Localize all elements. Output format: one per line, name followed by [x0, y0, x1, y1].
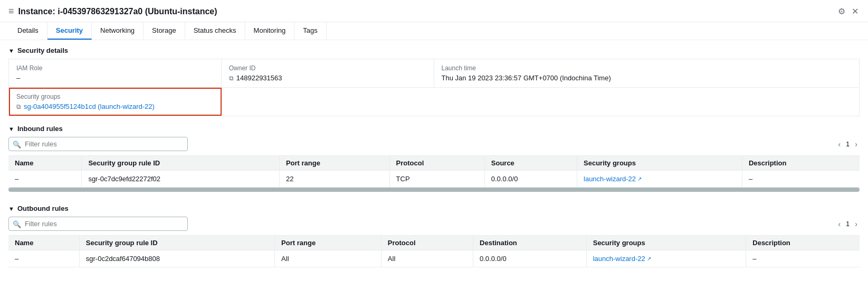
inbound-row-port: 22 — [279, 171, 389, 188]
copy-icon[interactable]: ⧉ — [229, 75, 234, 82]
inbound-col-rule-id: Security group rule ID — [82, 156, 280, 171]
inbound-col-name: Name — [8, 156, 82, 171]
iam-role-label: IAM Role — [16, 64, 214, 72]
outbound-col-protocol: Protocol — [381, 236, 473, 250]
inbound-table-header-row: Name Security group rule ID Port range P… — [8, 156, 860, 171]
outbound-table-wrap: Name Security group rule ID Port range P… — [8, 235, 860, 267]
inbound-rules-title: Inbound rules — [17, 125, 63, 133]
security-detail-row-1: IAM Role – Owner ID ⧉ 148922931563 Launc… — [8, 59, 860, 88]
outbound-row-port: All — [275, 250, 381, 267]
security-groups-empty-cell — [222, 88, 859, 116]
outbound-sg-link[interactable]: launch-wizard-22 ↗ — [593, 255, 651, 263]
inbound-col-sg: Security groups — [577, 156, 742, 171]
table-row: – sgr-0c2dcaf647094b808 All All 0.0.0.0/… — [8, 250, 860, 267]
iam-role-value: – — [16, 74, 214, 82]
inbound-rules-table: Name Security group rule ID Port range P… — [8, 155, 860, 188]
inbound-filter-input[interactable] — [8, 137, 188, 151]
launch-time-value: Thu Jan 19 2023 23:36:57 GMT+0700 (Indoc… — [442, 74, 852, 82]
tab-monitoring[interactable]: Monitoring — [245, 22, 295, 40]
tab-details[interactable]: Details — [8, 22, 47, 40]
tab-storage[interactable]: Storage — [144, 22, 185, 40]
inbound-row-protocol: TCP — [389, 171, 484, 188]
inbound-prev-btn[interactable]: ‹ — [836, 139, 843, 150]
content-area: ▼ Security details IAM Role – Owner ID ⧉… — [0, 40, 868, 282]
security-details-section: ▼ Security details IAM Role – Owner ID ⧉… — [8, 46, 860, 116]
tab-networking[interactable]: Networking — [92, 22, 144, 40]
inbound-sg-link[interactable]: launch-wizard-22 ↗ — [584, 175, 642, 183]
inbound-row-source: 0.0.0.0/0 — [484, 171, 577, 188]
inbound-row-desc: – — [742, 171, 860, 188]
inbound-col-desc: Description — [742, 156, 860, 171]
outbound-filter-wrap: 🔍 — [8, 217, 188, 231]
page-title: Instance: i-045397863291327a0 (Ubuntu-in… — [18, 7, 217, 16]
security-detail-row-2: Security groups ⧉ sg-0a404955f5124b1cd (… — [8, 88, 860, 116]
hamburger-icon[interactable]: ≡ — [8, 6, 14, 17]
tab-security[interactable]: Security — [47, 22, 92, 40]
inbound-row-name: – — [8, 171, 82, 188]
outbound-col-port: Port range — [275, 236, 381, 250]
tabs-bar: Details Security Networking Storage Stat… — [0, 22, 868, 40]
outbound-rules-header[interactable]: ▼ Outbound rules — [8, 204, 860, 212]
title-bar: ≡ Instance: i-045397863291327a0 (Ubuntu-… — [0, 0, 868, 22]
table-row: – sgr-0c7dc9efd22272f02 22 TCP 0.0.0.0/0… — [8, 171, 860, 188]
external-link-icon: ↗ — [647, 256, 651, 262]
security-group-link[interactable]: sg-0a404955f5124b1cd (launch-wizard-22) — [24, 103, 155, 110]
outbound-col-desc: Description — [746, 236, 860, 250]
owner-id-text: 148922931563 — [236, 74, 282, 82]
inbound-next-btn[interactable]: › — [853, 139, 860, 150]
outbound-col-name: Name — [8, 236, 79, 250]
outbound-rules-title: Outbound rules — [17, 204, 69, 212]
outbound-row-rule-id: sgr-0c2dcaf647094b808 — [79, 250, 274, 267]
inbound-rules-section: ▼ Inbound rules 🔍 ‹ 1 › Name Security gr… — [8, 125, 860, 196]
outbound-col-destination: Destination — [473, 236, 587, 250]
inbound-search-icon: 🔍 — [13, 140, 21, 148]
inbound-row-sg: launch-wizard-22 ↗ — [577, 171, 742, 188]
outbound-chevron-icon: ▼ — [8, 206, 14, 212]
inbound-pagination: ‹ 1 › — [836, 139, 860, 150]
inbound-filter-wrap: 🔍 — [8, 137, 188, 151]
outbound-next-btn[interactable]: › — [853, 219, 860, 229]
launch-time-label: Launch time — [442, 64, 852, 72]
outbound-rules-table: Name Security group rule ID Port range P… — [8, 235, 860, 267]
inbound-page-number: 1 — [846, 140, 850, 148]
security-groups-label: Security groups — [16, 93, 214, 100]
inbound-col-source: Source — [484, 156, 577, 171]
outbound-search-icon: 🔍 — [13, 220, 21, 228]
inbound-table-wrap: Name Security group rule ID Port range P… — [8, 155, 860, 196]
outbound-row-sg: launch-wizard-22 ↗ — [586, 250, 746, 267]
owner-id-label: Owner ID — [229, 64, 426, 72]
inbound-rules-header[interactable]: ▼ Inbound rules — [8, 125, 860, 133]
outbound-rules-section: ▼ Outbound rules 🔍 ‹ 1 › Name Security g… — [8, 204, 860, 267]
sg-copy-icon[interactable]: ⧉ — [16, 103, 21, 110]
tab-status-checks[interactable]: Status checks — [185, 22, 245, 40]
outbound-row-protocol: All — [381, 250, 473, 267]
outbound-filter-input[interactable] — [8, 217, 188, 231]
outbound-table-header-row: Name Security group rule ID Port range P… — [8, 236, 860, 250]
outbound-prev-btn[interactable]: ‹ — [836, 219, 843, 229]
settings-icon[interactable]: ⚙ — [837, 5, 846, 17]
inbound-filter-row: 🔍 ‹ 1 › — [8, 137, 860, 151]
owner-id-cell: Owner ID ⧉ 148922931563 — [222, 59, 434, 87]
inbound-col-port: Port range — [279, 156, 389, 171]
inbound-chevron-icon: ▼ — [8, 126, 14, 132]
outbound-page-number: 1 — [846, 220, 850, 228]
launch-time-cell: Launch time Thu Jan 19 2023 23:36:57 GMT… — [434, 59, 860, 87]
security-details-title: Security details — [17, 46, 68, 54]
close-icon[interactable]: ✕ — [851, 5, 860, 17]
outbound-filter-row: 🔍 ‹ 1 › — [8, 217, 860, 231]
security-groups-cell: Security groups ⧉ sg-0a404955f5124b1cd (… — [9, 88, 222, 116]
outbound-pagination: ‹ 1 › — [836, 219, 860, 229]
external-link-icon: ↗ — [637, 176, 642, 182]
tab-tags[interactable]: Tags — [294, 22, 326, 40]
outbound-row-name: – — [8, 250, 79, 267]
outbound-col-rule-id: Security group rule ID — [79, 236, 274, 250]
inbound-row-rule-id: sgr-0c7dc9efd22272f02 — [82, 171, 280, 188]
outbound-col-sg: Security groups — [586, 236, 746, 250]
outbound-row-destination: 0.0.0.0/0 — [473, 250, 587, 267]
outbound-row-desc: – — [746, 250, 860, 267]
owner-id-value: ⧉ 148922931563 — [229, 74, 426, 82]
chevron-down-icon: ▼ — [8, 48, 14, 54]
inbound-col-protocol: Protocol — [389, 156, 484, 171]
security-details-header[interactable]: ▼ Security details — [8, 46, 860, 54]
iam-role-cell: IAM Role – — [9, 59, 222, 87]
